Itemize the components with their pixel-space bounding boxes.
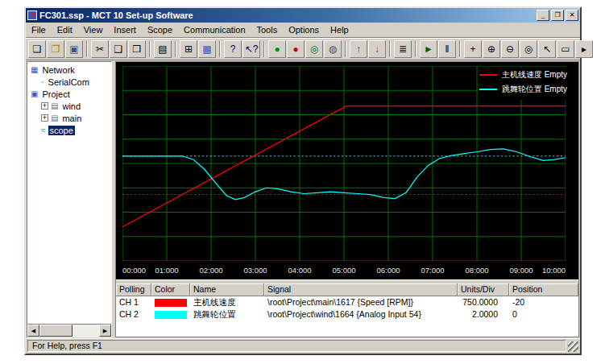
channel-color-swatch (155, 311, 187, 319)
select-rect-button[interactable]: ▭ (557, 40, 574, 58)
help-icon: ? (230, 44, 236, 54)
write-to-drive-button[interactable]: ↓ (368, 40, 386, 58)
zoom-out-button[interactable]: ⊖ (501, 40, 519, 58)
menu-item-options[interactable]: Options (283, 23, 325, 36)
disconnect-icon: ● (292, 44, 298, 54)
comm-status-button[interactable]: ◍ (324, 40, 342, 58)
new-button[interactable]: ❏ (28, 40, 46, 58)
pointer-icon: ↖ (543, 44, 551, 54)
save-button[interactable]: ▣ (65, 40, 83, 58)
tree-item-project[interactable]: ▣Project (27, 88, 111, 100)
network-view-icon: ▦ (202, 44, 211, 54)
cell-position: -20 (509, 296, 578, 308)
expander-icon[interactable]: + (41, 102, 48, 110)
comm-refresh-icon: ◎ (310, 44, 318, 54)
cell-color (151, 296, 190, 308)
application-window: FC301.ssp - MCT 10 Set-up Software _❐✕ F… (24, 6, 582, 355)
project-tree-panel: ▦Network▫SerialCom▣Project+▤wind+▤main≈s… (27, 61, 112, 337)
column-header-position[interactable]: Position (509, 283, 578, 296)
cell-polling: CH 1 (116, 296, 151, 308)
connect-button[interactable]: ● (268, 40, 286, 58)
menu-item-help[interactable]: Help (325, 23, 354, 36)
menu-item-file[interactable]: File (26, 23, 52, 36)
scrollbar-track[interactable] (39, 325, 99, 337)
table-row[interactable]: CH 1主机线速度\root\Project\main\1617 {Speed … (116, 296, 578, 308)
cut-icon: ✂ (96, 44, 104, 54)
x-tick-label: 09:000 (509, 266, 532, 275)
expander-icon[interactable]: + (41, 114, 48, 122)
tree-item-main[interactable]: +▤main (27, 112, 111, 124)
scope-chart-area[interactable]: 主机线速度 Empty跳舞轮位置 Empty 00:00001:00002:00… (116, 62, 578, 279)
cut-button[interactable]: ✂ (91, 40, 109, 58)
signal-list-button[interactable]: ≣ (394, 40, 412, 58)
column-header-color[interactable]: Color (151, 283, 190, 296)
toolbar-separator (389, 41, 391, 57)
menu-item-communication[interactable]: Communication (178, 23, 251, 36)
toolbar-separator (459, 41, 461, 57)
toolbar-separator (86, 41, 88, 57)
context-help-button[interactable]: ↖? (242, 40, 260, 58)
print-button[interactable]: ▤ (154, 40, 172, 58)
connect-icon: ● (274, 44, 280, 54)
open-button[interactable]: ❐ (47, 40, 64, 58)
pause-scope-icon: ‖ (445, 44, 450, 54)
toolbar-separator (219, 41, 221, 57)
new-folder-button[interactable]: ⊞ (180, 40, 197, 58)
zoom-window-icon: ◎ (524, 44, 532, 54)
toolbar-overflow-button[interactable]: ▸ (575, 40, 593, 58)
column-header-units-div[interactable]: Units/Div (458, 283, 509, 296)
tree-item-network[interactable]: ▦Network (27, 64, 111, 76)
zoom-window-button[interactable]: ◎ (520, 40, 537, 58)
channel-table: PollingColorNameSignalUnits/DivPosition … (116, 283, 578, 337)
project-icon: ▣ (31, 89, 38, 98)
scroll-right-icon[interactable]: ▶ (99, 325, 111, 337)
comm-status-icon: ◍ (329, 44, 337, 54)
x-tick-label: 05:000 (332, 266, 355, 275)
x-tick-label: 01:000 (155, 266, 178, 275)
network-view-button[interactable]: ▦ (198, 40, 216, 58)
maximize-button[interactable]: ❐ (551, 10, 564, 21)
tree-item-label: wind (60, 101, 82, 111)
tree-item-serialcom[interactable]: ▫SerialCom (27, 76, 111, 88)
toolbar-separator (415, 41, 416, 57)
tracking-cross-button[interactable]: + (464, 40, 482, 58)
column-header-polling[interactable]: Polling (116, 283, 151, 296)
menu-item-tools[interactable]: Tools (251, 23, 284, 36)
resize-grip-icon[interactable] (568, 341, 578, 352)
x-tick-label: 06:000 (376, 266, 400, 275)
menu-item-edit[interactable]: Edit (52, 23, 78, 36)
write-to-drive-icon: ↓ (375, 44, 379, 54)
column-header-signal[interactable]: Signal (264, 283, 458, 296)
save-icon: ▣ (69, 44, 78, 54)
comm-refresh-button[interactable]: ◎ (305, 40, 323, 58)
paste-button[interactable]: ❒ (128, 40, 146, 58)
scroll-left-icon[interactable]: ◀ (27, 325, 39, 337)
table-row[interactable]: CH 2跳舞轮位置\root\Project\wind\1664 {Analog… (116, 308, 578, 321)
disconnect-button[interactable]: ● (287, 40, 305, 58)
tree-item-label: Project (40, 89, 71, 99)
start-scope-button[interactable]: ► (420, 40, 437, 58)
help-button[interactable]: ? (224, 40, 242, 58)
scrollbar-thumb[interactable] (39, 325, 73, 337)
new-icon: ❏ (33, 44, 42, 54)
read-from-drive-icon: ↑ (356, 44, 361, 54)
read-from-drive-button[interactable]: ↑ (350, 40, 367, 58)
menu-item-view[interactable]: View (78, 23, 109, 36)
x-tick-label: 08:000 (465, 266, 488, 275)
context-help-icon: ↖? (245, 44, 259, 54)
copy-button[interactable]: ❑ (110, 40, 127, 58)
title-bar[interactable]: FC301.ssp - MCT 10 Set-up Software _❐✕ (26, 8, 580, 23)
pointer-button[interactable]: ↖ (538, 40, 556, 58)
tree-horizontal-scrollbar[interactable]: ◀ ▶ (27, 324, 111, 337)
minimize-button[interactable]: _ (537, 10, 549, 21)
channel-color-swatch (155, 299, 187, 307)
menu-item-scope[interactable]: Scope (142, 23, 178, 36)
zoom-in-button[interactable]: ⊕ (483, 40, 500, 58)
tree-item-scope[interactable]: ≈scope (27, 124, 111, 136)
menu-item-insert[interactable]: Insert (108, 23, 142, 36)
tree-item-wind[interactable]: +▤wind (27, 100, 111, 112)
close-button[interactable]: ✕ (566, 10, 578, 21)
pause-scope-button[interactable]: ‖ (438, 40, 456, 58)
new-folder-icon: ⊞ (184, 44, 193, 54)
column-header-name[interactable]: Name (190, 283, 264, 296)
